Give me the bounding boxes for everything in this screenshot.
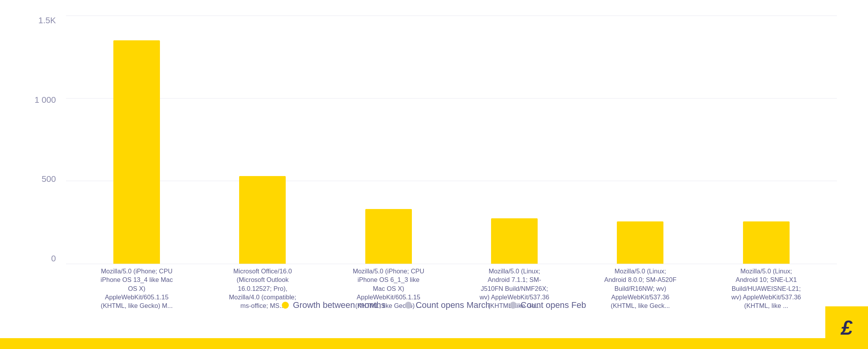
y-label-1500: 1.5K (38, 16, 56, 26)
bar-1 (113, 40, 160, 264)
bar-group-3 (326, 16, 451, 264)
x-label-6: Mozilla/5.0 (Linux; Android 10; SNE-LX1 … (703, 264, 829, 287)
x-label-1: Mozilla/5.0 (iPhone; CPU iPhone OS 13_4 … (74, 264, 200, 287)
bar-5 (617, 221, 663, 264)
legend-label-march: Count opens March (416, 300, 490, 310)
y-axis: 1.5K 1 000 500 0 (31, 16, 62, 264)
bar-group-2 (200, 16, 325, 264)
bars-wrapper (66, 16, 837, 264)
x-labels: Mozilla/5.0 (iPhone; CPU iPhone OS 13_4 … (66, 264, 837, 287)
legend-dot-march (405, 302, 412, 309)
y-label-0: 0 (51, 254, 56, 264)
legend-count-march: Count opens March (405, 300, 490, 310)
bar-3 (365, 209, 412, 264)
legend-dot-growth (282, 302, 289, 309)
bottom-bar (0, 338, 868, 349)
legend-label-growth: Growth between months (293, 300, 385, 310)
bar-6 (743, 221, 790, 264)
chart-area: 1.5K 1 000 500 0 (31, 16, 837, 287)
bar-2 (239, 176, 286, 264)
corner-logo: £ (825, 306, 868, 349)
legend-dot-feb (510, 302, 517, 309)
logo-icon: £ (841, 316, 852, 339)
legend-count-feb: Count opens Feb (510, 300, 586, 310)
legend-label-feb: Count opens Feb (521, 300, 586, 310)
x-label-3: Mozilla/5.0 (iPhone; CPU iPhone OS 6_1_3… (326, 264, 451, 287)
bar-group-6 (703, 16, 829, 264)
chart-container: 1.5K 1 000 500 0 (31, 16, 837, 287)
x-label-5: Mozilla/5.0 (Linux; Android 8.0.0; SM-A5… (577, 264, 703, 287)
y-label-500: 500 (42, 174, 56, 184)
bar-group-5 (577, 16, 703, 264)
chart-legend: Growth between months Count opens March … (0, 300, 868, 310)
y-label-1000: 1 000 (35, 95, 56, 105)
bar-group-1 (74, 16, 200, 264)
x-label-4: Mozilla/5.0 (Linux; Android 7.1.1; SM-J5… (451, 264, 577, 287)
x-label-2: Microsoft Office/16.0 (Microsoft Outlook… (200, 264, 325, 287)
bar-group-4 (451, 16, 577, 264)
bar-4 (491, 218, 538, 264)
legend-growth: Growth between months (282, 300, 385, 310)
